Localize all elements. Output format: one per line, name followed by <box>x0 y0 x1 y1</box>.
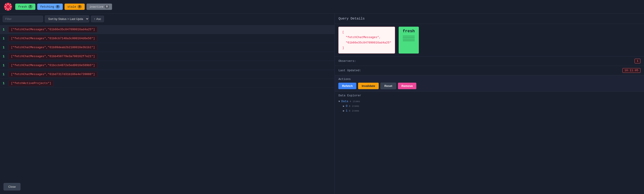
observers-label: Observers: <box>338 59 356 63</box>
tab-fetching[interactable]: fetching 0 <box>37 4 63 10</box>
last-updated-value: 16:11:05 <box>622 68 640 73</box>
query-key: ["fetchChatMessages","61b66e35c847090016… <box>8 26 97 32</box>
query-key: ["fetchActiveProjects"] <box>8 80 54 86</box>
query-preview-box: [ "fetchChatMessages", "61b66e35c8470900… <box>338 27 395 54</box>
tab-fetching-label: fetching <box>40 5 54 8</box>
tree-root-count: 4 items <box>350 100 360 103</box>
query-list: 1 ["fetchChatMessages","61b66e35c8470900… <box>0 24 334 194</box>
tree-child-0-count: 8 items <box>349 105 359 108</box>
reset-button[interactable]: Reset <box>380 83 396 89</box>
tab-inactive-count: 0 <box>105 5 109 8</box>
query-number: 1 <box>3 46 6 49</box>
query-item[interactable]: 1 ["fetchChatMessages","61bccb4872e5ed00… <box>0 61 334 70</box>
fresh-line <box>403 37 415 38</box>
invalidate-button[interactable]: Invalidate <box>358 83 379 89</box>
actions-section: Actions Refetch Invalidate Reset Remove <box>335 75 644 92</box>
query-key: ["fetchChatMessages","61b99deab2b2100016… <box>8 44 97 50</box>
svg-point-8 <box>5 9 6 10</box>
query-details-header: Query Details <box>335 14 644 24</box>
query-key: ["fetchChatMessages","61bccb4872e5ed0016… <box>8 62 97 68</box>
tab-stale[interactable]: stale 0 <box>64 4 85 10</box>
query-preview-section: [ "fetchChatMessages", "61b66e35c8470900… <box>335 24 644 56</box>
preview-line-4: ] <box>342 45 391 50</box>
data-tree: ▼ Data 4 items ▶ 0 8 items ▶ <box>338 99 640 113</box>
query-number: 1 <box>3 37 6 40</box>
tab-inactive[interactable]: inactive 0 <box>86 4 112 10</box>
query-item[interactable]: 1 ["fetchChatMessages","61b8cb7148a3c000… <box>0 34 334 43</box>
tree-root-key: Data <box>341 100 348 103</box>
query-number: 1 <box>3 72 6 76</box>
query-number: 1 <box>3 55 6 58</box>
svg-point-7 <box>10 4 11 5</box>
fresh-line <box>403 40 415 41</box>
left-panel: Sort by Status > Last Upda ↑ Asc 1 ["fet… <box>0 14 335 194</box>
svg-point-4 <box>4 6 6 8</box>
query-item[interactable]: 1 ["fetchChatMessages","61b99deab2b21000… <box>0 43 334 52</box>
query-number: 1 <box>3 28 6 31</box>
status-fresh-badge: fresh <box>399 27 419 54</box>
tab-stale-label: stale <box>68 5 76 8</box>
observers-row: Observers: 1 <box>335 56 644 66</box>
query-item[interactable]: 1 ["fetchActiveProjects"] <box>0 79 334 88</box>
tree-child-1-count: 8 items <box>349 110 359 112</box>
tab-fresh[interactable]: fresh 7 <box>15 4 36 10</box>
last-updated-row: Last Updated: 16:11:05 <box>335 66 644 75</box>
tree-child-0-row[interactable]: ▶ 0 8 items <box>343 104 640 108</box>
svg-point-9 <box>10 9 11 10</box>
query-item[interactable]: 1 ["fetchChatMessages","61bd7317d31b106e… <box>0 70 334 79</box>
svg-point-6 <box>5 4 6 5</box>
tree-children: ▶ 0 8 items ▶ 1 8 items <box>343 104 640 113</box>
tree-child-0-arrow-icon: ▶ <box>343 104 344 108</box>
tree-child-1-key: 1 <box>346 109 348 112</box>
tabs-container: fresh 7 fetching 0 stale 0 inactive 0 <box>15 4 112 10</box>
tab-stale-count: 0 <box>78 5 82 8</box>
asc-button[interactable]: ↑ Asc <box>91 16 104 22</box>
data-explorer-title: Data Explorer <box>338 94 640 97</box>
refetch-button[interactable]: Refetch <box>338 83 356 89</box>
tab-fetching-count: 0 <box>56 5 60 8</box>
fresh-line <box>403 39 415 40</box>
fresh-lines <box>403 36 415 41</box>
filter-bar: Sort by Status > Last Upda ↑ Asc <box>0 14 334 24</box>
tab-fresh-count: 7 <box>28 5 32 8</box>
query-item[interactable]: 1 ["fetchChatMessages","61b66e35c8470900… <box>0 25 334 34</box>
svg-point-5 <box>10 6 12 8</box>
fresh-badge-label: fresh <box>403 29 415 34</box>
tree-root-arrow-icon: ▼ <box>338 100 340 103</box>
preview-line-1: [ <box>342 30 391 35</box>
svg-point-3 <box>8 9 9 10</box>
query-number: 1 <box>3 82 6 85</box>
query-key: ["fetchChatMessages","61bd7317d31b106e4e… <box>8 71 97 77</box>
remove-button[interactable]: Remove <box>398 83 416 89</box>
query-key: ["fetchChatMessages","61b8cb7148a3c00016… <box>8 36 97 42</box>
tree-child-1-row[interactable]: ▶ 1 8 items <box>343 108 640 113</box>
tab-fresh-label: fresh <box>18 5 27 8</box>
actions-title: Actions <box>338 78 640 81</box>
tab-inactive-label: inactive <box>90 5 103 8</box>
tree-root-row[interactable]: ▼ Data 4 items <box>338 99 640 104</box>
data-explorer-section: Data Explorer ▼ Data 4 items ▶ 0 8 items <box>335 92 644 115</box>
tree-child-0-key: 0 <box>346 104 348 108</box>
query-details-title: Query Details <box>338 17 364 20</box>
asc-label: Asc <box>96 17 101 20</box>
logo-icon <box>4 2 12 11</box>
tree-child-1-arrow-icon: ▶ <box>343 109 344 112</box>
fresh-line <box>403 36 415 36</box>
close-button[interactable]: Close <box>4 183 20 190</box>
svg-point-2 <box>8 3 9 4</box>
query-item[interactable]: 1 ["fetchChatMessages","61bb450779e3a700… <box>0 52 334 61</box>
query-number: 1 <box>3 64 6 67</box>
preview-line-2: "fetchChatMessages", <box>342 35 391 40</box>
right-panel: Query Details [ "fetchChatMessages", "61… <box>335 14 644 194</box>
asc-arrow-icon: ↑ <box>94 17 96 20</box>
last-updated-label: Last Updated: <box>338 69 361 72</box>
query-key: ["fetchChatMessages","61bb450779e3a70016… <box>8 53 97 59</box>
details-body: [ "fetchChatMessages", "61b66e35c8470900… <box>335 24 644 115</box>
filter-input[interactable] <box>3 16 43 22</box>
preview-line-3: "61b66e35c847090016ad4a25" <box>342 40 391 45</box>
sort-select[interactable]: Sort by Status > Last Upda <box>45 16 89 22</box>
actions-buttons: Refetch Invalidate Reset Remove <box>338 83 640 89</box>
observers-value: 1 <box>634 59 640 64</box>
